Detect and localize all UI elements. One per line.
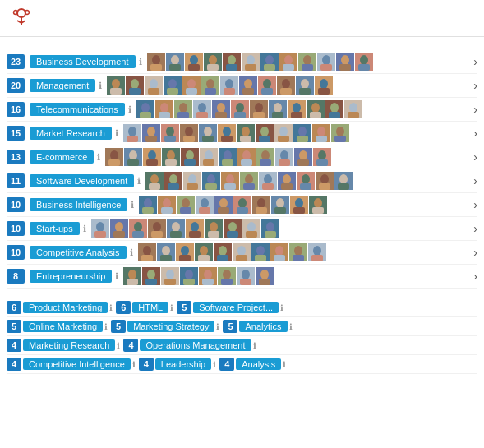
- avatar[interactable]: [258, 76, 276, 95]
- avatar[interactable]: [251, 243, 270, 261]
- avatar[interactable]: [162, 148, 180, 166]
- skill-name[interactable]: Entrepreneurship: [30, 270, 112, 283]
- avatar[interactable]: [158, 196, 176, 214]
- also-info-icon[interactable]: ℹ: [117, 341, 120, 350]
- avatar[interactable]: [200, 148, 218, 166]
- expand-chevron[interactable]: ›: [473, 174, 477, 187]
- avatar[interactable]: [242, 219, 260, 238]
- avatar[interactable]: [221, 172, 239, 190]
- info-icon[interactable]: ℹ: [115, 128, 118, 139]
- avatar[interactable]: [315, 76, 333, 95]
- avatar[interactable]: [256, 267, 274, 285]
- avatar[interactable]: [293, 124, 311, 142]
- avatar[interactable]: [355, 53, 373, 71]
- avatar[interactable]: [139, 196, 157, 214]
- avatar[interactable]: [186, 219, 204, 238]
- avatar[interactable]: [218, 124, 236, 142]
- avatar[interactable]: [181, 148, 199, 166]
- avatar[interactable]: [316, 172, 334, 190]
- avatar[interactable]: [126, 76, 144, 95]
- skill-name[interactable]: Business Development: [30, 55, 136, 68]
- info-icon[interactable]: ℹ: [99, 81, 102, 91]
- avatar[interactable]: [164, 172, 182, 190]
- avatar[interactable]: [123, 124, 141, 142]
- avatar[interactable]: [214, 196, 233, 214]
- also-info-icon[interactable]: ℹ: [283, 360, 286, 369]
- also-skill-name[interactable]: Competitive Intelligence: [23, 358, 131, 370]
- expand-chevron[interactable]: ›: [473, 79, 477, 92]
- avatar[interactable]: [325, 100, 343, 118]
- avatar[interactable]: [308, 243, 326, 261]
- also-info-icon[interactable]: ℹ: [132, 360, 136, 369]
- avatar[interactable]: [177, 196, 195, 214]
- skill-name[interactable]: Business Intelligence: [30, 198, 127, 211]
- avatar[interactable]: [242, 53, 260, 71]
- avatar[interactable]: [174, 100, 192, 118]
- avatar[interactable]: [275, 148, 293, 166]
- avatar[interactable]: [204, 53, 222, 71]
- avatar[interactable]: [145, 172, 164, 190]
- avatar[interactable]: [297, 172, 315, 190]
- also-info-icon[interactable]: ℹ: [280, 303, 283, 312]
- avatar[interactable]: [334, 172, 353, 190]
- also-info-icon[interactable]: ℹ: [253, 341, 256, 350]
- skill-name[interactable]: Market Research: [30, 127, 112, 140]
- info-icon[interactable]: ℹ: [128, 104, 131, 115]
- avatar[interactable]: [183, 172, 201, 190]
- avatar[interactable]: [91, 219, 109, 238]
- avatar[interactable]: [166, 53, 184, 71]
- avatar[interactable]: [278, 172, 296, 190]
- avatar[interactable]: [237, 124, 255, 142]
- avatar[interactable]: [269, 100, 287, 118]
- avatar[interactable]: [296, 76, 314, 95]
- avatar[interactable]: [256, 148, 274, 166]
- avatar[interactable]: [309, 196, 327, 214]
- avatar[interactable]: [271, 196, 289, 214]
- avatar[interactable]: [138, 243, 156, 261]
- avatar[interactable]: [218, 267, 236, 285]
- avatar[interactable]: [199, 124, 217, 142]
- expand-chevron[interactable]: ›: [473, 222, 477, 235]
- avatar[interactable]: [180, 124, 198, 142]
- avatar[interactable]: [107, 76, 125, 95]
- avatar[interactable]: [344, 100, 362, 118]
- also-skill-name[interactable]: Marketing Strategy: [127, 321, 214, 332]
- avatar[interactable]: [237, 267, 255, 285]
- avatar[interactable]: [129, 219, 147, 238]
- expand-chevron[interactable]: ›: [473, 103, 477, 116]
- skill-name[interactable]: Start-ups: [30, 222, 80, 235]
- avatar[interactable]: [252, 196, 270, 214]
- avatar[interactable]: [317, 53, 335, 71]
- also-skill-name[interactable]: Operations Management: [140, 339, 251, 351]
- avatar[interactable]: [202, 172, 220, 190]
- avatar[interactable]: [331, 124, 349, 142]
- also-info-icon[interactable]: ℹ: [213, 360, 216, 369]
- avatar[interactable]: [123, 267, 141, 285]
- avatar[interactable]: [147, 53, 165, 71]
- avatar[interactable]: [185, 53, 203, 71]
- info-icon[interactable]: ℹ: [139, 57, 142, 67]
- avatar[interactable]: [288, 100, 306, 118]
- avatar[interactable]: [142, 124, 160, 142]
- avatar[interactable]: [212, 100, 230, 118]
- info-icon[interactable]: ℹ: [83, 224, 86, 234]
- avatar[interactable]: [199, 267, 217, 285]
- avatar[interactable]: [205, 219, 223, 238]
- avatar[interactable]: [155, 100, 173, 118]
- info-icon[interactable]: ℹ: [131, 200, 134, 210]
- avatar[interactable]: [279, 53, 297, 71]
- expand-chevron[interactable]: ›: [473, 150, 477, 164]
- also-skill-name[interactable]: HTML: [132, 302, 168, 313]
- also-skill-name[interactable]: Software Project...: [193, 302, 279, 313]
- avatar[interactable]: [237, 148, 256, 166]
- avatar[interactable]: [176, 243, 194, 261]
- also-skill-name[interactable]: Product Marketing: [23, 302, 108, 313]
- avatar[interactable]: [145, 76, 163, 95]
- avatar[interactable]: [224, 219, 242, 238]
- info-icon[interactable]: ℹ: [130, 247, 133, 258]
- avatar[interactable]: [148, 219, 166, 238]
- avatar[interactable]: [167, 219, 185, 238]
- avatar[interactable]: [233, 243, 251, 261]
- skill-name[interactable]: Telecommunications: [30, 103, 125, 116]
- avatar[interactable]: [270, 243, 288, 261]
